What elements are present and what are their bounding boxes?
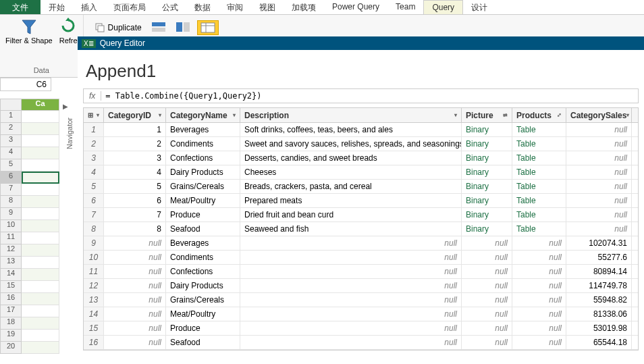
row-header[interactable]: 16 (0, 293, 22, 305)
cell[interactable] (22, 184, 59, 196)
tab-powerquery[interactable]: Power Query (324, 0, 387, 14)
cell[interactable] (22, 281, 59, 293)
navigator-expand-icon[interactable]: ▶ (63, 103, 68, 110)
merge-button[interactable] (149, 20, 169, 35)
table-row[interactable]: 77ProduceDried fruit and bean curdBinary… (84, 208, 638, 222)
col-header-description[interactable]: Description▾ (240, 108, 462, 122)
col-header-products[interactable]: Products⤢ (512, 108, 566, 122)
table-row[interactable]: 88SeafoodSeaweed and fishBinaryTablenull (84, 222, 638, 236)
refresh-button[interactable]: Refre (59, 18, 78, 45)
row-number-cell[interactable]: 3 (84, 151, 104, 165)
table-row[interactable]: 66Meat/PoultryPrepared meatsBinaryTablen… (84, 194, 638, 208)
cell[interactable] (22, 330, 59, 342)
col-header-categoryname[interactable]: CategoryName▾ (166, 108, 240, 122)
tab-team[interactable]: Team (387, 0, 423, 14)
row-number-cell[interactable]: 2 (84, 137, 104, 151)
table-row[interactable]: 10nullCondimentsnullnullnull55277.6 (84, 251, 638, 265)
tab-query[interactable]: Query (423, 0, 463, 14)
row-number-cell[interactable]: 13 (84, 293, 104, 307)
row-number-cell[interactable]: 14 (84, 307, 104, 321)
row-number-header[interactable]: ⊞▾ (84, 108, 104, 122)
row-header[interactable]: 20 (0, 342, 22, 354)
row-number-cell[interactable]: 16 (84, 336, 104, 349)
table-row[interactable]: 15nullProducenullnullnull53019.98 (84, 321, 638, 336)
col-header-a[interactable]: Ca (22, 99, 59, 111)
row-header[interactable]: 10 (0, 220, 22, 232)
tab-layout[interactable]: 页面布局 (105, 0, 154, 14)
table-row[interactable]: 14nullMeat/Poultrynullnullnull81338.06 (84, 307, 638, 321)
chevron-down-icon[interactable]: ▾ (97, 112, 99, 118)
cell[interactable] (22, 220, 59, 232)
tab-view[interactable]: 视图 (251, 0, 284, 14)
row-header[interactable]: 13 (0, 257, 22, 269)
cell[interactable] (22, 257, 59, 269)
cell[interactable] (22, 147, 59, 159)
cell[interactable] (22, 159, 59, 172)
row-number-cell[interactable]: 11 (84, 265, 104, 278)
sheet-grid[interactable]: Ca 1234567891011121314151617181920 (0, 99, 59, 354)
cell[interactable] (22, 111, 59, 123)
row-number-cell[interactable]: 7 (84, 208, 104, 222)
table-row[interactable]: 55Grains/CerealsBreads, crackers, pasta,… (84, 180, 638, 194)
row-header[interactable]: 4 (0, 147, 22, 159)
row-header[interactable]: 6 (0, 172, 22, 184)
row-header[interactable]: 17 (0, 305, 22, 317)
cell[interactable] (22, 305, 59, 317)
table-row[interactable]: 16nullSeafoodnullnullnull65544.18 (84, 336, 638, 350)
row-number-cell[interactable]: 8 (84, 222, 104, 236)
row-number-cell[interactable]: 5 (84, 180, 104, 193)
tab-review[interactable]: 审阅 (219, 0, 251, 14)
row-header[interactable]: 1 (0, 111, 22, 123)
tab-file[interactable]: 文件 (0, 0, 41, 14)
expand-icon[interactable]: ⤢ (557, 112, 562, 118)
chevron-down-icon[interactable]: ▾ (233, 112, 236, 118)
cell[interactable] (22, 123, 59, 135)
duplicate-button[interactable]: Duplicate (92, 21, 144, 34)
filter-shape-button[interactable]: Filter & Shape (5, 18, 53, 45)
formula-input[interactable]: = Table.Combine({Query1,Query2}) (101, 90, 638, 102)
tab-data[interactable]: 数据 (186, 0, 219, 14)
tab-design[interactable]: 设计 (463, 0, 495, 14)
table-row[interactable]: 33ConfectionsDesserts, candies, and swee… (84, 151, 638, 165)
row-header[interactable]: 2 (0, 123, 22, 135)
table-row[interactable]: 13nullGrains/Cerealsnullnullnull55948.82 (84, 293, 638, 307)
tab-insert[interactable]: 插入 (73, 0, 105, 14)
table-row[interactable]: 22CondimentsSweet and savory sauces, rel… (84, 137, 638, 151)
tab-home[interactable]: 开始 (41, 0, 73, 14)
cell[interactable] (22, 342, 59, 354)
row-header[interactable]: 9 (0, 208, 22, 220)
cell[interactable] (22, 293, 59, 305)
row-header[interactable]: 3 (0, 135, 22, 147)
col-header-categorysales[interactable]: CategorySales▾ (566, 108, 632, 122)
row-header[interactable]: 12 (0, 244, 22, 257)
cell[interactable] (22, 232, 59, 244)
cell[interactable] (22, 208, 59, 220)
row-number-cell[interactable]: 12 (84, 279, 104, 292)
row-header[interactable]: 8 (0, 196, 22, 208)
navigator-tab[interactable]: Navigator (65, 118, 74, 149)
col-header-categoryid[interactable]: CategoryID▾ (104, 108, 166, 122)
tab-addins[interactable]: 加载项 (284, 0, 324, 14)
table-row[interactable]: 9nullBeveragesnullnullnull102074.31 (84, 236, 638, 251)
row-header[interactable]: 15 (0, 281, 22, 293)
expand-icon[interactable]: ⇄ (503, 112, 508, 118)
cell[interactable] (22, 196, 59, 208)
row-header[interactable]: 18 (0, 317, 22, 330)
row-header[interactable]: 11 (0, 232, 22, 244)
fx-button[interactable]: fx (84, 91, 101, 101)
row-number-cell[interactable]: 1 (84, 123, 104, 136)
row-header[interactable]: 7 (0, 184, 22, 196)
row-number-cell[interactable]: 15 (84, 321, 104, 335)
cell[interactable] (22, 135, 59, 147)
table-row[interactable]: 11nullConfectionsnullnullnull80894.14 (84, 265, 638, 279)
name-box[interactable] (0, 78, 51, 91)
row-header[interactable]: 14 (0, 269, 22, 281)
col-header-picture[interactable]: Picture⇄ (462, 108, 512, 122)
table-row[interactable]: 44Dairy ProductsCheesesBinaryTablenull (84, 165, 638, 180)
table-row[interactable]: 12nullDairy Productsnullnullnull114749.7… (84, 279, 638, 293)
row-number-cell[interactable]: 9 (84, 236, 104, 250)
row-header[interactable]: 19 (0, 330, 22, 342)
cell[interactable] (22, 317, 59, 330)
chevron-down-icon[interactable]: ▾ (454, 112, 457, 118)
row-number-cell[interactable]: 4 (84, 165, 104, 179)
